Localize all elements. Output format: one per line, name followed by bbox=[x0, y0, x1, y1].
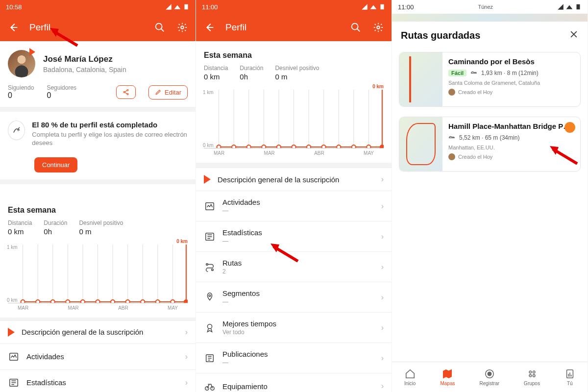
svg-point-27 bbox=[156, 300, 160, 303]
status-icons bbox=[557, 3, 582, 10]
svg-point-21 bbox=[66, 300, 70, 303]
route-author: Creado el Hoy bbox=[448, 89, 574, 96]
svg-point-68 bbox=[205, 387, 209, 390]
profile-completion: El 80 % de tu perfil está completado Com… bbox=[0, 112, 196, 152]
stats-icon bbox=[204, 231, 216, 243]
chevron-decor-icon bbox=[29, 48, 35, 56]
route-card[interactable]: Caminando por el Besòs Fácil 1,93 km · 8… bbox=[399, 52, 581, 107]
chevron-right-icon: › bbox=[381, 382, 384, 391]
row-routes[interactable]: Rutas2 › bbox=[196, 252, 392, 282]
close-icon[interactable] bbox=[569, 29, 579, 41]
row-best-times[interactable]: Mejores tiemposVer todo › bbox=[196, 313, 392, 343]
screen-profile-2: 11:00 Perfil Esta semana Distancia0 km D… bbox=[196, 0, 392, 392]
route-card[interactable]: Hamill Place-Manhattan Bridge P… 5,52 km… bbox=[399, 117, 581, 172]
gear-icon[interactable] bbox=[372, 21, 385, 34]
page-title: Perfil bbox=[29, 22, 50, 33]
bottom-nav: Inicio Mapas Registrar Grupos Tú bbox=[392, 362, 588, 392]
svg-point-26 bbox=[141, 300, 145, 303]
profile-header: José María López Badalona, Catalonia, Sp… bbox=[0, 41, 196, 82]
routes-icon bbox=[204, 261, 216, 273]
chevron-accent-icon bbox=[8, 328, 15, 337]
svg-point-75 bbox=[529, 374, 532, 377]
edit-button[interactable]: Editar bbox=[148, 85, 188, 99]
status-time: 10:58 bbox=[6, 3, 22, 11]
svg-rect-70 bbox=[577, 4, 580, 10]
back-icon[interactable] bbox=[203, 21, 216, 34]
progress-icon bbox=[8, 121, 25, 140]
route-name: Hamill Place-Manhattan Bridge P… bbox=[448, 122, 574, 130]
svg-point-1 bbox=[156, 24, 162, 30]
route-name: Caminando por el Besòs bbox=[448, 57, 574, 66]
svg-point-73 bbox=[529, 371, 532, 373]
svg-point-51 bbox=[262, 145, 266, 148]
app-bar: Perfil bbox=[196, 14, 392, 41]
difficulty-badge: Fácil bbox=[448, 70, 466, 76]
page-title: Perfil bbox=[225, 22, 246, 33]
svg-point-23 bbox=[96, 300, 99, 303]
status-bar: 11:00 bbox=[196, 0, 392, 14]
nav-you[interactable]: Tú bbox=[564, 368, 575, 386]
row-stats[interactable]: Estadísticas › bbox=[0, 370, 196, 392]
row-subscription[interactable]: Descripción general de la suscripción › bbox=[196, 168, 392, 191]
search-icon[interactable] bbox=[153, 21, 166, 34]
activities-icon bbox=[8, 351, 20, 363]
row-activities[interactable]: Actividades › bbox=[0, 344, 196, 370]
followers-stat[interactable]: Seguidores 0 bbox=[47, 84, 76, 100]
row-subscription[interactable]: Descripción general de la suscripción › bbox=[0, 320, 196, 344]
svg-point-58 bbox=[367, 145, 370, 148]
medal-icon bbox=[204, 322, 216, 334]
svg-point-50 bbox=[247, 145, 251, 148]
svg-point-66 bbox=[207, 324, 212, 328]
back-icon[interactable] bbox=[7, 21, 20, 34]
sheet-title: Rutas guardadas bbox=[401, 30, 569, 41]
nav-groups[interactable]: Grupos bbox=[524, 368, 540, 386]
nav-home[interactable]: Inicio bbox=[404, 368, 416, 386]
continue-button[interactable]: Continuar bbox=[34, 157, 77, 172]
svg-point-52 bbox=[277, 145, 281, 148]
distance-chart: 0 km 1 km 0 km bbox=[8, 245, 188, 303]
chevron-right-icon: › bbox=[381, 232, 384, 241]
download-icon[interactable] bbox=[564, 122, 575, 133]
route-author: Creado el Hoy bbox=[448, 153, 574, 160]
screen-saved-routes: 11:00 Túnez Rutas guardadas Caminando po… bbox=[392, 0, 588, 392]
row-stats[interactable]: Estadísticas— › bbox=[196, 221, 392, 252]
status-icons bbox=[165, 3, 190, 10]
app-bar: Perfil bbox=[0, 14, 196, 41]
svg-point-64 bbox=[212, 269, 214, 270]
svg-point-25 bbox=[126, 300, 130, 303]
svg-rect-33 bbox=[381, 4, 384, 10]
share-button[interactable] bbox=[116, 85, 136, 99]
svg-point-57 bbox=[352, 145, 356, 148]
row-segments[interactable]: Segmentos— › bbox=[196, 282, 392, 313]
svg-point-18 bbox=[21, 300, 25, 303]
svg-point-63 bbox=[206, 263, 208, 265]
row-activities[interactable]: Actividades— › bbox=[196, 191, 392, 221]
route-location: Manhattan, EE.UU. bbox=[448, 145, 574, 150]
following-stat[interactable]: Siguiendo 0 bbox=[8, 84, 34, 100]
chevron-right-icon: › bbox=[185, 352, 188, 361]
status-time: 11:00 bbox=[398, 3, 414, 11]
chevron-right-icon: › bbox=[381, 354, 384, 363]
chevron-right-icon: › bbox=[381, 323, 384, 332]
svg-point-56 bbox=[337, 145, 341, 148]
svg-point-76 bbox=[533, 374, 535, 377]
chevron-right-icon: › bbox=[381, 263, 384, 271]
search-icon[interactable] bbox=[349, 21, 362, 34]
chevron-right-icon: › bbox=[185, 378, 188, 387]
content[interactable]: José María López Badalona, Catalonia, Sp… bbox=[0, 41, 196, 392]
route-thumbnail bbox=[399, 52, 442, 106]
gear-icon[interactable] bbox=[176, 21, 189, 34]
svg-point-48 bbox=[217, 145, 221, 148]
author-avatar-icon bbox=[448, 153, 455, 160]
nav-record[interactable]: Registrar bbox=[479, 368, 499, 386]
row-posts[interactable]: Publicaciones— › bbox=[196, 343, 392, 373]
content[interactable]: Esta semana Distancia0 km Duración0h Des… bbox=[196, 41, 392, 392]
row-gear[interactable]: Equipamiento › bbox=[196, 373, 392, 392]
screen-profile-1: 10:58 Perfil José María López Badalona, … bbox=[0, 0, 196, 392]
author-avatar-icon bbox=[448, 89, 455, 96]
svg-point-55 bbox=[322, 145, 326, 148]
svg-point-20 bbox=[51, 300, 55, 303]
svg-point-65 bbox=[209, 294, 211, 296]
nav-maps[interactable]: Mapas bbox=[440, 368, 455, 386]
sheet-header: Rutas guardadas bbox=[392, 22, 588, 47]
